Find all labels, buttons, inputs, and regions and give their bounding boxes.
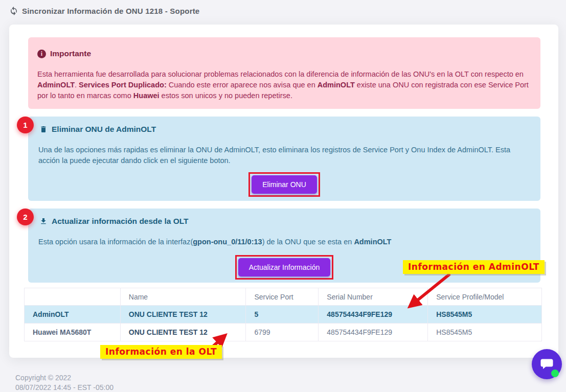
chat-widget-button[interactable]	[532, 349, 562, 379]
sync-icon	[9, 6, 18, 15]
important-alert: i Importante Esta herramienta fue desarr…	[28, 37, 540, 109]
col-header-name: Name	[120, 288, 246, 306]
actualizar-informacion-button[interactable]: Actualizar Información	[238, 258, 331, 276]
table-row-adminolt: AdminOLT ONU CLIENTE TEST 12 5 485754434…	[25, 306, 542, 324]
col-header-source	[25, 288, 121, 306]
onu-comparison-table: Name Service Port Serial Number Service …	[24, 288, 542, 341]
datetime-text: 08/07/2022 14:45 - EST -05:00	[15, 383, 114, 392]
section-2-text-bold: AdminOLT	[354, 238, 391, 246]
page-footer: Copyright © 2022 08/07/2022 14:45 - EST …	[15, 373, 114, 392]
col-header-service-profile: Service Profile/Model	[428, 288, 542, 306]
cell-serial-number: 485754434F9FE129	[319, 306, 428, 324]
section-1-body: Una de las opciones más rapidas es elimi…	[38, 145, 530, 166]
annotation-box-actualizar: Actualizar Información	[235, 255, 334, 280]
section-eliminar-onu: 1 Eliminar ONU de AdminOLT Una de las op…	[28, 117, 540, 201]
table-row-olt: Huawei MA5680T ONU CLIENTE TEST 12 6799 …	[25, 324, 542, 341]
online-status-dot	[551, 370, 559, 377]
page-title: Sincronizar Información de ONU 1218 - So…	[22, 7, 199, 15]
section-2-title-row: Actualizar información desde la OLT	[39, 217, 530, 226]
section-2-title: Actualizar información desde la OLT	[52, 217, 189, 226]
col-header-service-port: Service Port	[246, 288, 319, 306]
alert-text: .	[75, 81, 79, 89]
main-card: i Importante Esta herramienta fue desarr…	[9, 25, 558, 358]
annotation-informacion-olt: Información en la OLT	[100, 345, 222, 359]
alert-text-bold: AdminOLT	[37, 81, 75, 89]
cell-name: ONU CLIENTE TEST 12	[120, 306, 246, 324]
section-1-title: Eliminar ONU de AdminOLT	[52, 125, 156, 134]
cell-source: AdminOLT	[25, 306, 121, 324]
step-badge-2: 2	[17, 209, 34, 225]
section-2-text: Esta opción usara la información de la i…	[38, 238, 193, 246]
alert-text: Esta herramienta fue desarrollada para s…	[37, 70, 524, 78]
cell-service-port: 5	[246, 306, 319, 324]
alert-text: Cuando este error aparece nos avisa que …	[167, 81, 318, 89]
section-2-text: ) de la ONU que se esta en	[262, 238, 354, 246]
cell-service-profile: HS8545M5	[428, 306, 542, 324]
annotation-box-eliminar: Eliminar ONU	[248, 172, 320, 197]
cell-serial-number: 485754434F9FE129	[319, 324, 428, 341]
cell-service-port: 6799	[246, 324, 319, 341]
annotation-informacion-adminolt: Información en AdminOLT	[403, 260, 545, 274]
alert-text-bold: Services Port Duplicado:	[79, 81, 167, 89]
page-header: Sincronizar Información de ONU 1218 - So…	[0, 0, 566, 17]
download-icon	[39, 217, 48, 225]
cell-name: ONU CLIENTE TEST 12	[120, 324, 246, 341]
alert-text-bold: Huawei	[133, 91, 160, 100]
alert-body: Esta herramienta fue desarrollada para s…	[37, 69, 531, 101]
alert-title: Importante	[50, 49, 91, 58]
alert-title-row: i Importante	[37, 49, 531, 58]
col-header-serial-number: Serial Number	[319, 288, 428, 306]
interface-name: gpon-onu_0/11/0:13	[193, 238, 262, 246]
alert-text-bold: AdminOLT	[318, 81, 355, 89]
trash-icon	[39, 125, 48, 133]
step-badge-1: 1	[17, 117, 34, 133]
cell-service-profile: HS8545M5	[428, 324, 542, 341]
cell-source: Huawei MA5680T	[25, 324, 121, 341]
section-1-title-row: Eliminar ONU de AdminOLT	[39, 125, 530, 134]
eliminar-onu-button[interactable]: Eliminar ONU	[252, 175, 317, 194]
section-2-body: Esta opción usara la información de la i…	[38, 237, 530, 247]
info-icon: i	[37, 50, 46, 58]
alert-text: estos son unicos y no pueden repetirse.	[160, 91, 292, 100]
copyright-text: Copyright © 2022	[15, 373, 114, 383]
table-header-row: Name Service Port Serial Number Service …	[25, 288, 542, 306]
